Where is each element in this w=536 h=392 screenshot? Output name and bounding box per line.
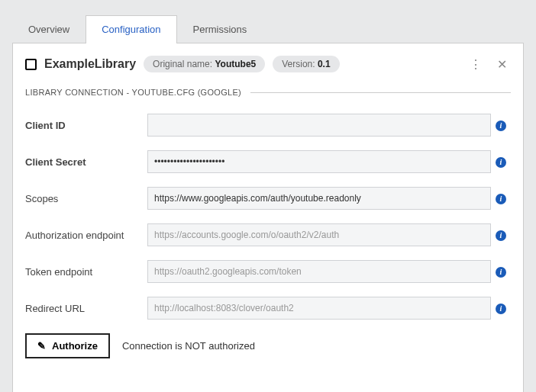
more-menu-icon[interactable]: ⋮ — [467, 57, 485, 72]
input-client-id[interactable] — [147, 114, 491, 137]
label-redirect-url: Redirect URL — [25, 303, 147, 314]
row-redirect-url: Redirect URL i — [25, 297, 511, 320]
info-client-id[interactable]: i — [491, 119, 511, 131]
input-scopes[interactable] — [147, 187, 491, 210]
tab-permissions[interactable]: Permissions — [177, 15, 263, 43]
close-icon[interactable]: ✕ — [492, 57, 511, 72]
label-auth-endpoint: Authorization endpoint — [25, 230, 147, 241]
info-redirect-url[interactable]: i — [491, 302, 511, 314]
section-title: LIBRARY CONNECTION - YOUTUBE.CFG (GOOGLE… — [25, 88, 241, 97]
authorize-row: ✎ Authorize Connection is NOT authorized — [25, 333, 511, 358]
info-icon: i — [496, 120, 506, 131]
input-token-endpoint[interactable] — [147, 260, 491, 283]
tab-overview[interactable]: Overview — [12, 15, 86, 43]
info-icon: i — [496, 230, 506, 241]
tab-configuration[interactable]: Configuration — [86, 15, 176, 43]
row-scopes: Scopes i — [25, 187, 511, 210]
original-name-pill: Original name: Youtube5 — [144, 56, 265, 72]
row-auth-endpoint: Authorization endpoint i — [25, 223, 511, 246]
info-icon: i — [496, 267, 506, 278]
original-name-label: Original name: — [153, 59, 212, 69]
version-value: 0.1 — [318, 59, 331, 69]
info-icon: i — [496, 157, 506, 168]
panel-header: ExampleLibrary Original name: Youtube5 V… — [25, 56, 511, 72]
row-client-id: Client ID i — [25, 114, 511, 137]
version-label: Version: — [282, 59, 315, 69]
label-scopes: Scopes — [25, 193, 147, 204]
original-name-value: Youtube5 — [215, 59, 256, 69]
info-token-endpoint[interactable]: i — [491, 265, 511, 278]
authorize-button[interactable]: ✎ Authorize — [25, 333, 110, 358]
section-divider — [250, 92, 511, 93]
input-auth-endpoint[interactable] — [147, 223, 491, 246]
label-client-id: Client ID — [25, 120, 147, 131]
authorize-button-label: Authorize — [52, 340, 98, 352]
info-icon: i — [496, 304, 506, 314]
input-client-secret[interactable] — [147, 150, 491, 173]
library-icon — [25, 59, 37, 70]
configuration-panel: ExampleLibrary Original name: Youtube5 V… — [12, 43, 524, 392]
pencil-icon: ✎ — [37, 340, 46, 352]
version-pill: Version: 0.1 — [273, 56, 339, 72]
input-redirect-url[interactable] — [147, 297, 491, 320]
info-scopes[interactable]: i — [491, 192, 511, 204]
row-client-secret: Client Secret i — [25, 150, 511, 173]
info-client-secret[interactable]: i — [491, 156, 511, 168]
info-auth-endpoint[interactable]: i — [491, 229, 511, 241]
library-title: ExampleLibrary — [44, 57, 136, 71]
row-token-endpoint: Token endpoint i — [25, 260, 511, 283]
section-header: LIBRARY CONNECTION - YOUTUBE.CFG (GOOGLE… — [25, 88, 511, 97]
tab-bar: Overview Configuration Permissions — [0, 0, 536, 43]
info-icon: i — [496, 194, 506, 204]
label-client-secret: Client Secret — [25, 156, 147, 168]
authorize-status: Connection is NOT authorized — [122, 340, 255, 352]
label-token-endpoint: Token endpoint — [25, 266, 147, 278]
